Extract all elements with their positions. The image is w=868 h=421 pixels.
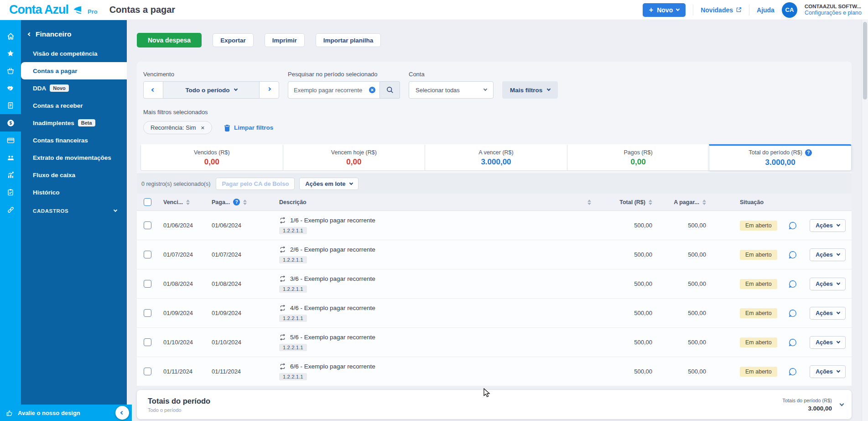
- importar-planilha-button[interactable]: Importar planilha: [316, 33, 381, 47]
- help-icon[interactable]: [233, 199, 240, 205]
- summary-cards: Vencidos (R$) 0,00 Vencem hoje (R$) 0,00…: [137, 142, 852, 174]
- card-total-periodo[interactable]: Total do período (R$) 3.000,00: [709, 144, 852, 171]
- rate-design-bar[interactable]: Avalie o nosso design: [0, 405, 132, 421]
- row-description[interactable]: 5/6 - Exemplo pagar recorrente: [290, 334, 375, 341]
- filter-chip-recorrencia[interactable]: Recorrência: Sim: [143, 121, 212, 134]
- row-description[interactable]: 3/6 - Exemplo pagar recorrente: [290, 275, 375, 282]
- link-icon[interactable]: [0, 201, 21, 218]
- card-vencem-hoje[interactable]: Vencem hoje (R$) 0,00: [283, 144, 426, 171]
- mais-filtros-button[interactable]: Mais filtros: [502, 81, 558, 99]
- help-icon[interactable]: [805, 149, 812, 156]
- pagar-ca-bolso-button[interactable]: Pagar pelo CA de Bolso: [216, 178, 295, 190]
- acoes-button[interactable]: Ações: [810, 278, 846, 290]
- nova-despesa-button[interactable]: Nova despesa: [137, 33, 202, 47]
- basket-icon[interactable]: [0, 62, 21, 79]
- chat-icon[interactable]: [788, 250, 797, 259]
- handshake-icon[interactable]: [0, 79, 21, 97]
- novidades-link[interactable]: Novidades: [701, 6, 742, 14]
- acoes-button[interactable]: Ações: [810, 307, 846, 320]
- sort-icon[interactable]: [186, 200, 190, 205]
- column-total[interactable]: Total (R$): [619, 199, 645, 205]
- chat-icon[interactable]: [788, 279, 797, 289]
- acoes-button[interactable]: Ações: [810, 365, 846, 378]
- sidebar-item-contas-financeiras[interactable]: Contas financeiras: [21, 132, 127, 149]
- row-checkbox[interactable]: [144, 280, 151, 288]
- chevron-down-icon: [349, 181, 353, 184]
- dollar-icon[interactable]: [0, 114, 21, 132]
- row-checkbox[interactable]: [144, 368, 151, 375]
- sidebar-item-visao-de-competencia[interactable]: Visão de competência: [21, 45, 127, 62]
- sort-icon[interactable]: [243, 200, 247, 205]
- select-all-checkbox[interactable]: [144, 198, 151, 206]
- period-prev-button[interactable]: [143, 81, 163, 99]
- collapse-sidebar-button[interactable]: [115, 406, 129, 420]
- column-descricao[interactable]: Descrição: [279, 199, 307, 205]
- sidebar-item-fluxo-de-caixa[interactable]: Fluxo de caixa: [21, 166, 127, 184]
- sort-icon[interactable]: [702, 200, 706, 205]
- avatar[interactable]: CA: [782, 2, 797, 18]
- filters-section: Vencimento Todo o período Pesquisar no p…: [137, 62, 852, 142]
- row-description[interactable]: 6/6 - Exemplo pagar recorrente: [290, 363, 375, 370]
- page-scrollbar[interactable]: [862, 20, 868, 421]
- row-description[interactable]: 4/6 - Exemplo pagar recorrente: [290, 305, 375, 311]
- row-checkbox[interactable]: [144, 309, 151, 317]
- chevron-down-icon: [837, 339, 840, 343]
- column-pagamento[interactable]: Paga...: [212, 199, 230, 205]
- scrollbar-thumb[interactable]: [863, 22, 867, 100]
- clipboard-icon[interactable]: [0, 184, 21, 201]
- sidebar-item-contas-a-receber[interactable]: Contas a receber: [21, 97, 127, 114]
- acoes-em-lote-button[interactable]: Ações em lote: [299, 178, 358, 190]
- exportar-button[interactable]: Exportar: [213, 33, 254, 47]
- total-value: 500,00: [599, 339, 659, 346]
- sidebar-section-cadastros[interactable]: CADASTROS: [21, 208, 127, 214]
- row-description[interactable]: 1/6 - Exemplo pagar recorrente: [290, 217, 375, 224]
- chat-icon[interactable]: [788, 221, 797, 230]
- sort-icon[interactable]: [649, 200, 652, 205]
- sidebar-back[interactable]: Financeiro: [21, 30, 127, 45]
- conta-select[interactable]: Selecionar todas: [409, 81, 494, 99]
- acoes-button[interactable]: Ações: [810, 248, 846, 261]
- chevron-down-icon[interactable]: [840, 401, 844, 406]
- sidebar-item-inadimplentes[interactable]: InadimplentesBeta: [21, 114, 127, 132]
- ajuda-link[interactable]: Ajuda: [757, 6, 774, 14]
- row-checkbox[interactable]: [144, 221, 151, 229]
- card-a-vencer[interactable]: A vencer (R$) 3.000,00: [425, 144, 567, 171]
- row-checkbox[interactable]: [144, 251, 151, 258]
- card-pagos[interactable]: Pagos (R$) 0,00: [567, 144, 710, 171]
- sidebar-item-extrato[interactable]: Extrato de movimentações: [21, 149, 127, 166]
- novo-button[interactable]: Novo: [643, 3, 686, 17]
- column-vencimento[interactable]: Venci...: [163, 199, 183, 205]
- chart-icon[interactable]: [0, 166, 21, 184]
- contaazul-logo[interactable]: Conta Azul Pro: [9, 3, 98, 17]
- close-icon[interactable]: [201, 124, 205, 131]
- period-dropdown[interactable]: Todo o período: [163, 81, 260, 99]
- sidebar-item-historico[interactable]: Histórico: [21, 184, 127, 201]
- total-value: 500,00: [599, 251, 659, 258]
- chevron-down-icon: [676, 7, 680, 11]
- row-checkbox[interactable]: [144, 338, 151, 346]
- home-icon[interactable]: [0, 27, 21, 45]
- card-icon[interactable]: [0, 132, 21, 149]
- card-vencidos[interactable]: Vencidos (R$) 0,00: [140, 144, 283, 171]
- row-description[interactable]: 2/6 - Exemplo pagar recorrente: [290, 246, 375, 253]
- acoes-button[interactable]: Ações: [810, 336, 846, 349]
- column-a-pagar[interactable]: A pagar...: [674, 199, 699, 205]
- sidebar-item-contas-a-pagar[interactable]: Contas a pagar: [21, 62, 127, 79]
- chat-icon[interactable]: [788, 367, 797, 376]
- sidebar-item-dda[interactable]: DDANovo: [21, 79, 127, 97]
- limpar-filtros-link[interactable]: Limpar filtros: [224, 124, 273, 132]
- clear-icon[interactable]: [369, 86, 376, 94]
- group-icon[interactable]: [0, 149, 21, 166]
- chat-icon[interactable]: [788, 309, 797, 318]
- account-menu[interactable]: CONTAAZUL SOFTW... Configurações e plano: [805, 3, 862, 17]
- acoes-button[interactable]: Ações: [810, 219, 846, 232]
- sort-icon[interactable]: [587, 200, 591, 205]
- invoice-icon[interactable]: [0, 97, 21, 114]
- search-button[interactable]: [380, 81, 400, 99]
- imprimir-button[interactable]: Imprimir: [265, 33, 305, 47]
- search-input[interactable]: Exemplo pagar recorrente: [288, 81, 380, 99]
- star-icon[interactable]: [0, 45, 21, 62]
- chat-icon[interactable]: [788, 338, 797, 347]
- settings-link[interactable]: Configurações e plano: [805, 10, 862, 17]
- period-next-button[interactable]: [259, 81, 279, 99]
